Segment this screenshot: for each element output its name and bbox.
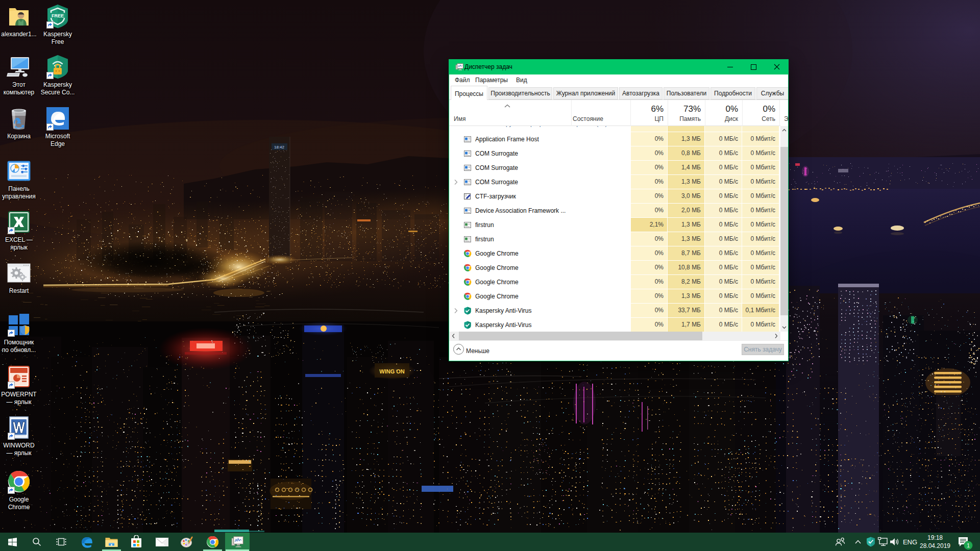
svg-text:18:42: 18:42 (274, 145, 285, 149)
svg-text:WING ON: WING ON (379, 368, 405, 374)
svg-text:FREE: FREE (52, 13, 64, 18)
svg-text:1: 1 (967, 542, 970, 548)
